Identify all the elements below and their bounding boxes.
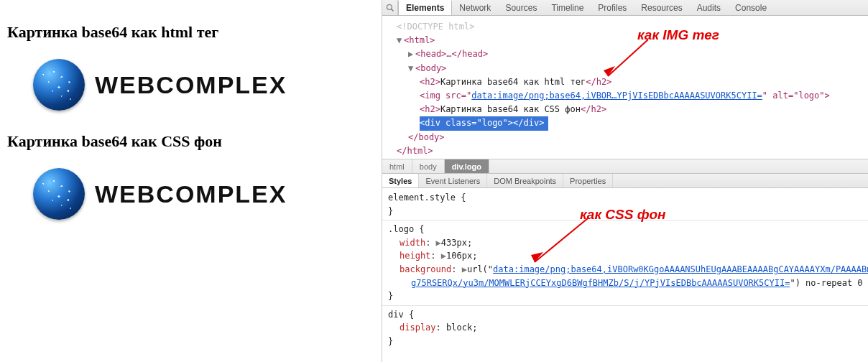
subtab-styles[interactable]: Styles	[382, 174, 419, 187]
heading-img-tag: Картинка base64 как html тег	[7, 23, 374, 42]
breadcrumb: html body div.logo	[382, 159, 868, 174]
search-icon[interactable]	[382, 0, 398, 15]
devtools-tab-bar: Elements Network Sources Timeline Profil…	[382, 0, 868, 16]
dom-doctype: <!DOCTYPE html>	[397, 22, 474, 32]
elements-dom-tree[interactable]: <!DOCTYPE html> ▼<html> ▶<head>…</head> …	[382, 16, 868, 159]
annotation-img-tag: как IMG тег	[637, 24, 719, 46]
brand-text: WEBCOMPLEX	[95, 180, 287, 208]
page-preview: Картинка base64 как html тег WEBCOMPLEX …	[0, 0, 381, 249]
crumb-body[interactable]: body	[412, 159, 445, 173]
dom-head[interactable]: <head>…</head>	[415, 49, 488, 59]
img-src-link[interactable]: data:image/png;base64,iVBOR…YPjVIsEDBbcA…	[471, 90, 762, 101]
crumb-divlogo[interactable]: div.logo	[445, 159, 489, 173]
svg-line-1	[391, 9, 393, 11]
dom-body-open[interactable]: <body>	[415, 63, 446, 73]
crumb-html[interactable]: html	[382, 159, 412, 173]
tab-audits[interactable]: Audits	[690, 0, 728, 15]
dom-html-close: </html>	[397, 146, 433, 156]
devtools-panel: Elements Network Sources Timeline Profil…	[382, 0, 868, 362]
styles-pane[interactable]: element.style { } .logo { width: ▶433px;…	[382, 188, 868, 361]
heading-css-bg: Картинка base64 как CSS фон	[7, 132, 374, 151]
logo-img-row: WEBCOMPLEX	[33, 59, 374, 111]
subtab-props[interactable]: Properties	[563, 174, 613, 187]
tab-console[interactable]: Console	[728, 0, 774, 15]
styles-tab-bar: Styles Event Listeners DOM Breakpoints P…	[382, 174, 868, 188]
tab-profiles[interactable]: Profiles	[591, 0, 634, 15]
tab-elements[interactable]: Elements	[398, 0, 452, 15]
logo-css-row: WEBCOMPLEX	[33, 168, 374, 220]
bg-url-link-2[interactable]: g75RSERQx/yu3m/MOMWLERjCCEYxgD6BWgfBHMZb…	[411, 278, 790, 288]
webcomplex-orb-icon	[33, 168, 85, 220]
subtab-listeners[interactable]: Event Listeners	[419, 174, 487, 187]
dom-html-open[interactable]: <html>	[404, 35, 435, 45]
annotation-css-bg: как CSS фон	[580, 204, 666, 225]
subtab-dombp[interactable]: DOM Breakpoints	[487, 174, 563, 187]
bg-url-link[interactable]: data:image/png;base64,iVBORw0KGgoAAAANSU…	[493, 264, 868, 274]
webcomplex-orb-icon	[33, 59, 85, 111]
tab-resources[interactable]: Resources	[634, 0, 689, 15]
rule-element-style: element.style {	[388, 191, 862, 205]
rule-div-selector: div {	[388, 308, 862, 322]
dom-selected-node[interactable]: <div class="logo"></div>	[420, 116, 548, 130]
tab-network[interactable]: Network	[452, 0, 498, 15]
tab-timeline[interactable]: Timeline	[544, 0, 591, 15]
tab-sources[interactable]: Sources	[498, 0, 544, 15]
dom-body-close: </body>	[408, 132, 445, 142]
brand-text: WEBCOMPLEX	[95, 71, 287, 99]
svg-point-0	[387, 4, 392, 9]
